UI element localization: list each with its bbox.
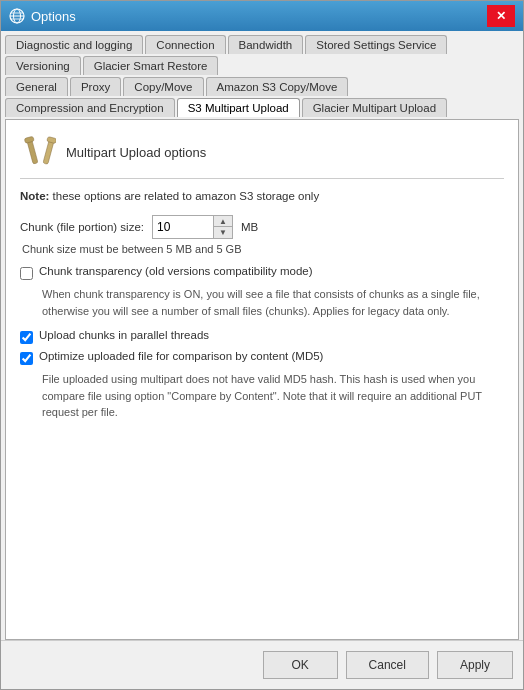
- tab-row-3: General Proxy Copy/Move Amazon S3 Copy/M…: [5, 77, 519, 96]
- section-title: Multipart Upload options: [66, 145, 206, 160]
- title-bar-left: Options: [9, 8, 76, 24]
- checkbox-parallel-row: Upload chunks in parallel threads: [20, 329, 504, 344]
- options-window: Options ✕ Diagnostic and logging Connect…: [0, 0, 524, 690]
- tab-proxy[interactable]: Proxy: [70, 77, 121, 96]
- note-content: these options are related to amazon S3 s…: [49, 190, 319, 202]
- tab-amazon-copy[interactable]: Amazon S3 Copy/Move: [206, 77, 349, 96]
- note-text: Note: these options are related to amazo…: [20, 190, 319, 202]
- spinner-up[interactable]: ▲: [214, 216, 232, 227]
- section-header: Multipart Upload options: [20, 134, 504, 179]
- checkbox-parallel-label: Upload chunks in parallel threads: [39, 329, 209, 341]
- mb-label: MB: [241, 221, 258, 233]
- checkbox-transparency-row: Chunk transparency (old versions compati…: [20, 265, 504, 280]
- checkbox-md5-label: Optimize uploaded file for comparison by…: [39, 350, 323, 362]
- close-button[interactable]: ✕: [487, 5, 515, 27]
- tab-row-2: Versioning Glacier Smart Restore: [5, 56, 519, 75]
- chunk-hint: Chunk size must be between 5 MB and 5 GB: [22, 243, 504, 255]
- tab-connection[interactable]: Connection: [145, 35, 225, 54]
- chunk-size-label: Chunk (file portion) size:: [20, 221, 144, 233]
- chunk-size-row: Chunk (file portion) size: ▲ ▼ MB: [20, 215, 504, 239]
- tab-bandwidth[interactable]: Bandwidth: [228, 35, 304, 54]
- checkbox-transparency[interactable]: [20, 267, 33, 280]
- bottom-bar: OK Cancel Apply: [1, 640, 523, 689]
- spinner-buttons: ▲ ▼: [213, 216, 232, 238]
- spinner-down[interactable]: ▼: [214, 227, 232, 238]
- checkbox-md5-row: Optimize uploaded file for comparison by…: [20, 350, 504, 365]
- chunk-size-input-wrap: ▲ ▼: [152, 215, 233, 239]
- tab-general[interactable]: General: [5, 77, 68, 96]
- svg-rect-8: [47, 136, 56, 143]
- checkbox-md5-description: File uploaded using multipart does not h…: [42, 371, 504, 421]
- window-title: Options: [31, 9, 76, 24]
- tab-stored-settings[interactable]: Stored Settings Service: [305, 35, 447, 54]
- ok-button[interactable]: OK: [263, 651, 338, 679]
- checkbox-transparency-label: Chunk transparency (old versions compati…: [39, 265, 313, 277]
- note-box: Note: these options are related to amazo…: [20, 189, 504, 203]
- tab-row-4: Compression and Encryption S3 Multipart …: [5, 98, 519, 117]
- content-area: Multipart Upload options Note: these opt…: [5, 119, 519, 640]
- tab-compression[interactable]: Compression and Encryption: [5, 98, 175, 117]
- tab-glacier-smart[interactable]: Glacier Smart Restore: [83, 56, 219, 75]
- checkbox-parallel[interactable]: [20, 331, 33, 344]
- tab-diagnostic[interactable]: Diagnostic and logging: [5, 35, 143, 54]
- tab-versioning[interactable]: Versioning: [5, 56, 81, 75]
- note-bold: Note:: [20, 190, 49, 202]
- app-icon: [9, 8, 25, 24]
- title-bar: Options ✕: [1, 1, 523, 31]
- tab-copy-move[interactable]: Copy/Move: [123, 77, 203, 96]
- tab-s3-multipart[interactable]: S3 Multipart Upload: [177, 98, 300, 117]
- checkbox-md5[interactable]: [20, 352, 33, 365]
- tabs-container: Diagnostic and logging Connection Bandwi…: [1, 31, 523, 119]
- checkbox-transparency-description: When chunk transparency is ON, you will …: [42, 286, 504, 319]
- chunk-size-input[interactable]: [153, 216, 213, 238]
- wrench-icon: [20, 134, 56, 170]
- tab-glacier-multipart[interactable]: Glacier Multipart Upload: [302, 98, 447, 117]
- tab-row-1: Diagnostic and logging Connection Bandwi…: [5, 35, 519, 54]
- apply-button[interactable]: Apply: [437, 651, 513, 679]
- cancel-button[interactable]: Cancel: [346, 651, 429, 679]
